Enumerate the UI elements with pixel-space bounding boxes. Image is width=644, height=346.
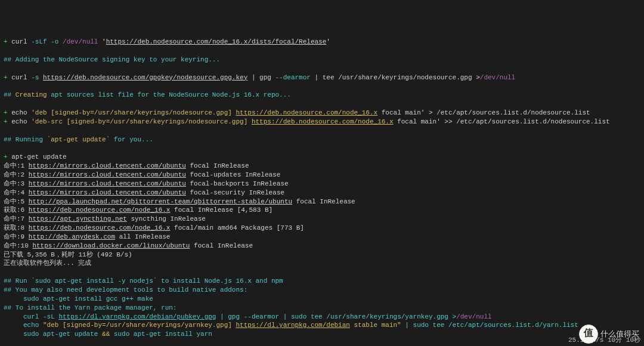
terminal-text: focal-security InRelease (186, 189, 284, 196)
download-status: 25.1 kB/s 10分 10秒 (568, 336, 640, 345)
terminal-text: focal InRelease (186, 162, 249, 169)
terminal-text: ## (4, 277, 16, 285)
terminal-text: -s (27, 74, 43, 81)
terminal-text: ' (98, 38, 106, 45)
terminal-text: --dearmor (275, 74, 311, 81)
terminal-text: apt-get update (11, 153, 66, 160)
terminal-text: | sudo tee /etc/apt/sources.list.d/yarn.… (401, 322, 578, 329)
terminal-line: 获取:8 https://deb.nodesource.com/node_16.… (4, 224, 640, 233)
terminal-text: focal InRelease (292, 198, 355, 205)
terminal-link[interactable]: https://mirrors.cloud.tencent.com/ubuntu (29, 189, 186, 196)
terminal-text: 命中:1 (4, 162, 29, 169)
terminal-text: Running (16, 136, 47, 143)
terminal-text: 命中:9 (4, 233, 29, 240)
terminal-text: 获取:6 (4, 206, 29, 214)
terminal-link[interactable]: https://dl.yarnpkg.com/debian (236, 322, 349, 329)
terminal-text: focal InRelease (190, 242, 253, 249)
terminal-line: ## Running `apt-get update` for you... (4, 135, 640, 144)
terminal-line: curl -sL https://dl.yarnpkg.com/debian/p… (4, 313, 640, 322)
terminal-line: 正在读取软件包列表... 完成 (4, 259, 640, 268)
terminal-line (4, 339, 640, 346)
terminal-line: 命中:9 http://deb.anydesk.com all InReleas… (4, 233, 640, 242)
terminal-text: syncthing InRelease (127, 215, 206, 223)
terminal-text: focal InRelease [4,583 B] (170, 206, 273, 214)
terminal-line: 命中:10 https://download.docker.com/linux/… (4, 242, 640, 251)
terminal-line: ## To install the Yarn package manager, … (4, 304, 640, 313)
terminal-text: + (4, 109, 11, 116)
terminal-text: To install the Yarn package manager, run… (16, 304, 177, 311)
terminal-text: ## (4, 91, 16, 98)
terminal-line (4, 64, 640, 73)
terminal-text: stable main" (350, 322, 401, 329)
terminal-text: 命中:5 (4, 198, 29, 205)
terminal-text: 获取:8 (4, 224, 29, 231)
terminal-text: | tee /usr/share/keyrings/nodesource.gpg… (311, 74, 480, 81)
terminal-link[interactable]: https://deb.nodesource.com/gpgkey/nodeso… (43, 74, 247, 81)
terminal-link[interactable]: http://ppa.launchpad.net/qbittorrent-tea… (29, 198, 292, 205)
terminal-line (4, 268, 640, 277)
terminal-text: apt sources list file for the NodeSource… (47, 91, 291, 98)
terminal-text: 命中:10 (4, 242, 32, 249)
terminal-text: ## (4, 286, 16, 294)
terminal-text: focal-updates InRelease (186, 171, 280, 178)
terminal-line: sudo apt-get install gcc g++ make (4, 295, 640, 304)
terminal-line: ## You may also need development tools t… (4, 286, 640, 295)
terminal-link[interactable]: https://deb.nodesource.com/node_16.x (236, 109, 377, 116)
terminal-line (4, 47, 640, 55)
terminal-text: sudo apt-get update (4, 330, 102, 338)
terminal-text: -sL (43, 313, 58, 320)
terminal-link[interactable]: https://deb.nodesource.com/node_16.x (29, 206, 171, 214)
terminal-text: Adding the NodeSource signing key to you… (16, 56, 220, 63)
terminal-text: --dearmor (244, 313, 279, 320)
terminal-line (4, 100, 640, 109)
terminal-text: && (102, 330, 110, 338)
terminal-link[interactable]: https://download.docker.com/linux/ubuntu (32, 242, 190, 249)
terminal-text: 'deb [signed-by=/usr/share/keyrings/node… (31, 109, 236, 116)
terminal-text: "deb [signed-by=/usr/share/keyrings/yarn… (43, 322, 236, 329)
terminal-text: echo (11, 118, 31, 125)
terminal-text: | gpg (216, 313, 243, 320)
terminal-text: ## (4, 56, 16, 63)
terminal-link[interactable]: https://mirrors.cloud.tencent.com/ubuntu (29, 180, 186, 187)
terminal-text: 已下载 5,356 B，耗时 11秒 (492 B/s) (4, 251, 132, 258)
terminal-line: 已下载 5,356 B，耗时 11秒 (492 B/s) (4, 251, 640, 260)
terminal-link[interactable]: https://deb.nodesource.com/node_16.x (29, 224, 171, 231)
terminal-text: 'deb-src [signed-by=/usr/share/keyrings/… (31, 118, 252, 125)
terminal-text: focal-backports InRelease (186, 180, 289, 187)
terminal-text: curl (11, 38, 27, 45)
terminal-line: + curl -sLf -o /dev/null 'https://deb.no… (4, 38, 640, 47)
terminal-text: 命中:7 (4, 215, 29, 223)
terminal-line: + echo 'deb-src [signed-by=/usr/share/ke… (4, 118, 640, 126)
terminal-line: + apt-get update (4, 153, 640, 162)
terminal-line: sudo apt-get update && sudo apt-get inst… (4, 330, 640, 339)
terminal-text: Run `sudo apt-get install -y nodejs` to … (16, 277, 283, 285)
terminal-text: + (4, 153, 11, 160)
terminal-text: -sLf -o (27, 38, 63, 45)
terminal-text: 命中:2 (4, 171, 29, 178)
terminal-text: You may also need development tools to b… (16, 286, 247, 294)
terminal-text: | sudo tee /usr/share/keyrings/yarnkey.g… (279, 313, 456, 320)
terminal-link[interactable]: http://deb.anydesk.com (29, 233, 115, 240)
terminal-link[interactable]: https://dl.yarnpkg.com/debian/pubkey.gpg (58, 313, 216, 320)
terminal-text: curl (4, 313, 43, 320)
terminal-line: 命中:1 https://mirrors.cloud.tencent.com/u… (4, 162, 640, 171)
terminal-text: ## (4, 304, 16, 311)
terminal-link[interactable]: https://deb.nodesource.com/node_16.x/dis… (106, 38, 327, 45)
terminal-text: focal/main amd64 Packages [773 B] (170, 224, 304, 231)
terminal-line: 命中:7 https://apt.syncthing.net syncthing… (4, 215, 640, 224)
terminal-line: 命中:2 https://mirrors.cloud.tencent.com/u… (4, 171, 640, 180)
terminal-line: 命中:4 https://mirrors.cloud.tencent.com/u… (4, 189, 640, 197)
terminal-link[interactable]: https://deb.nodesource.com/node_16.x (252, 118, 394, 125)
terminal-text: + (4, 118, 11, 125)
terminal-link[interactable]: https://mirrors.cloud.tencent.com/ubuntu (29, 171, 186, 178)
terminal-line (4, 126, 640, 135)
terminal-text: focal main' > /etc/apt/sources.list.d/no… (377, 109, 590, 116)
terminal-output[interactable]: + curl -sLf -o /dev/null 'https://deb.no… (0, 35, 644, 346)
terminal-line: + echo 'deb [signed-by=/usr/share/keyrin… (4, 109, 640, 118)
terminal-line (4, 82, 640, 91)
terminal-line: echo "deb [signed-by=/usr/share/keyrings… (4, 321, 640, 330)
terminal-text: 正在读取软件包列表... 完成 (4, 260, 91, 267)
terminal-line: ## Creating apt sources list file for th… (4, 91, 640, 100)
terminal-link[interactable]: https://apt.syncthing.net (29, 215, 127, 223)
terminal-link[interactable]: https://mirrors.cloud.tencent.com/ubuntu (29, 162, 186, 169)
